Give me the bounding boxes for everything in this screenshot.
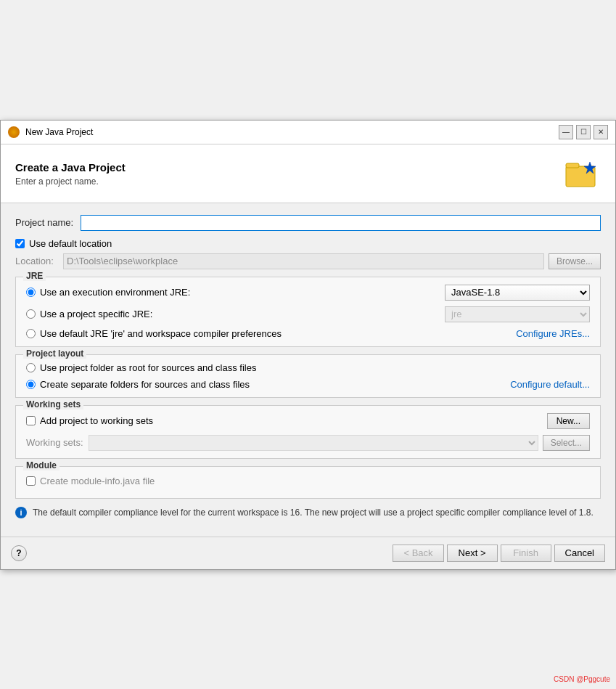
jre-option2-row: Use a project specific JRE: jre	[26, 306, 590, 322]
back-button[interactable]: < Back	[393, 545, 443, 562]
button-bar: ? < Back Next > Finish Cancel	[1, 537, 615, 569]
layout-option2-row: Create separate folders for sources and …	[26, 379, 590, 390]
jre-default-radio[interactable]	[26, 329, 36, 338]
configure-default-link[interactable]: Configure default...	[510, 379, 590, 390]
jre-option1-row: Use an execution environment JRE: JavaSE…	[26, 285, 590, 301]
browse-button[interactable]: Browse...	[549, 253, 601, 269]
module-group: Module Create module-info.java file	[15, 466, 601, 499]
working-sets-label: Working sets	[23, 399, 83, 409]
configure-jres-link[interactable]: Configure JREs...	[516, 328, 590, 339]
use-default-location-checkbox[interactable]	[15, 239, 25, 248]
content-area: Project name: Use default location Locat…	[1, 203, 615, 537]
working-sets-field-row: Working sets: Select...	[26, 435, 590, 451]
add-working-sets-label[interactable]: Add project to working sets	[40, 415, 153, 426]
jre-option3-row: Use default JRE 'jre' and workspace comp…	[26, 328, 590, 339]
action-buttons: < Back Next > Finish Cancel	[393, 545, 605, 562]
watermark: CSDN @Pggcute	[554, 675, 610, 683]
project-layout-group: Project layout Use project folder as roo…	[15, 354, 601, 398]
module-file-row: Create module-info.java file	[26, 476, 590, 486]
layout-root-label[interactable]: Use project folder as root for sources a…	[40, 362, 590, 373]
layout-option2-left: Create separate folders for sources and …	[26, 379, 250, 390]
title-bar: New Java Project — ☐ ✕	[1, 121, 615, 144]
layout-root-radio[interactable]	[26, 363, 36, 372]
jre-option1-left: Use an execution environment JRE:	[26, 287, 190, 298]
eclipse-icon	[8, 126, 20, 138]
jre-env-label[interactable]: Use an execution environment JRE:	[40, 287, 190, 298]
project-layout-label: Project layout	[23, 348, 86, 359]
jre-specific-dropdown[interactable]: jre	[445, 306, 590, 322]
module-section-label: Module	[23, 460, 59, 470]
working-sets-add-row: Add project to working sets New...	[26, 413, 590, 429]
create-module-checkbox[interactable]	[26, 476, 36, 486]
dialog-subtitle: Enter a project name.	[15, 176, 126, 187]
working-sets-field-label: Working sets:	[26, 437, 84, 448]
working-sets-select-button[interactable]: Select...	[543, 435, 590, 451]
info-icon: i	[15, 507, 27, 518]
jre-env-dropdown[interactable]: JavaSE-1.8 JavaSE-11 JavaSE-16	[445, 285, 590, 301]
title-bar-buttons: — ☐ ✕	[559, 125, 608, 139]
maximize-button[interactable]: ☐	[576, 125, 591, 139]
layout-separate-radio[interactable]	[26, 380, 36, 389]
jre-env-radio[interactable]	[26, 288, 36, 297]
working-sets-left: Add project to working sets	[26, 415, 153, 426]
project-name-input[interactable]	[81, 215, 601, 231]
finish-button[interactable]: Finish	[501, 545, 551, 562]
svg-rect-1	[566, 163, 579, 168]
new-project-icon	[564, 156, 601, 192]
working-sets-new-button[interactable]: New...	[547, 413, 590, 429]
location-input[interactable]	[63, 253, 544, 269]
add-working-sets-checkbox[interactable]	[26, 416, 36, 425]
location-label: Location:	[15, 256, 59, 266]
info-box: i The default compiler compliance level …	[15, 506, 601, 519]
location-row: Location: Browse...	[15, 253, 601, 269]
header-text: Create a Java Project Enter a project na…	[15, 161, 126, 187]
dialog-heading: Create a Java Project	[15, 161, 126, 174]
minimize-button[interactable]: —	[559, 125, 573, 139]
layout-option1-row: Use project folder as root for sources a…	[26, 362, 590, 373]
jre-specific-radio[interactable]	[26, 309, 36, 319]
info-message: The default compiler compliance level fo…	[33, 506, 594, 519]
jre-group: JRE Use an execution environment JRE: Ja…	[15, 277, 601, 347]
working-sets-dropdown[interactable]	[89, 435, 538, 451]
close-button[interactable]: ✕	[594, 125, 608, 139]
use-default-location-label[interactable]: Use default location	[29, 238, 112, 249]
project-name-row: Project name:	[15, 215, 601, 231]
help-button[interactable]: ?	[11, 545, 27, 561]
jre-section-label: JRE	[23, 271, 46, 281]
create-module-label[interactable]: Create module-info.java file	[40, 476, 155, 486]
title-bar-text: New Java Project	[25, 127, 559, 137]
jre-default-label[interactable]: Use default JRE 'jre' and workspace comp…	[40, 328, 282, 339]
jre-specific-label[interactable]: Use a project specific JRE:	[40, 309, 152, 319]
next-button[interactable]: Next >	[447, 545, 498, 562]
jre-option3-left: Use default JRE 'jre' and workspace comp…	[26, 328, 282, 339]
working-sets-group: Working sets Add project to working sets…	[15, 405, 601, 459]
project-name-label: Project name:	[15, 217, 81, 228]
header-section: Create a Java Project Enter a project na…	[1, 144, 615, 203]
use-default-location-row: Use default location	[15, 238, 601, 249]
layout-separate-label[interactable]: Create separate folders for sources and …	[40, 379, 250, 390]
jre-option2-left: Use a project specific JRE:	[26, 309, 152, 319]
cancel-button[interactable]: Cancel	[554, 545, 605, 562]
dialog-new-java-project: New Java Project — ☐ ✕ Create a Java Pro…	[0, 120, 616, 570]
